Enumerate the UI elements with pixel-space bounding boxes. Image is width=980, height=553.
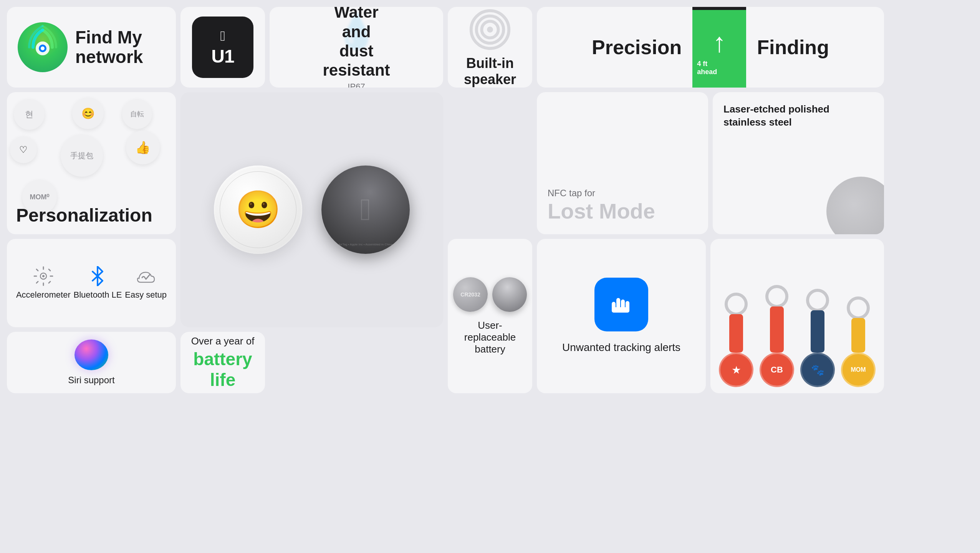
personalization-card: 현 😊 自転 ♡ 手提包 👍 MOM⁰ Personalization xyxy=(7,92,176,234)
airtag-apple-logo:  xyxy=(360,192,371,227)
siri-orb-visual xyxy=(74,339,108,370)
accelerometer-item: Accelerometer xyxy=(16,266,71,300)
chip-5: 手提包 xyxy=(61,134,103,177)
find-my-card: Find My network xyxy=(7,7,176,88)
battery-life-sub: Over a year of xyxy=(191,335,255,347)
phone-status-bar: Alan's Keys xyxy=(692,7,746,10)
keyring-loop-2 xyxy=(765,285,788,308)
svg-rect-22 xyxy=(612,307,629,313)
svg-line-15 xyxy=(49,281,50,283)
chip-3: 自転 xyxy=(122,99,152,129)
keyring-loop-4 xyxy=(847,296,870,320)
speaker-title: Built-in speaker xyxy=(464,55,516,88)
airtag-edge-visual xyxy=(826,177,884,234)
strap-2 xyxy=(770,306,784,353)
strap-4 xyxy=(851,318,865,353)
chip-4: ♡ xyxy=(10,136,37,163)
chip-2: 😊 xyxy=(72,98,104,129)
accessories-card: ★ CB 🐾 MOM xyxy=(710,239,884,393)
personalization-title: Personalization xyxy=(16,205,152,226)
tag-disc-3: 🐾 xyxy=(800,353,835,387)
bluetooth-item: Bluetooth LE xyxy=(73,266,122,300)
nfc-title-label: Lost Mode xyxy=(548,199,655,224)
phone-distance-label: 4 ft ahead xyxy=(692,60,746,76)
easy-setup-item: Easy setup xyxy=(125,266,167,300)
tracking-label: Unwanted tracking alerts xyxy=(562,341,680,354)
u1-label: U1 xyxy=(211,46,234,67)
sensors-card: Accelerometer Bluetooth LE Easy setup xyxy=(7,239,176,327)
precision-word: Precision xyxy=(592,36,682,59)
u1-chip-visual:  U1 xyxy=(192,17,253,78)
easy-setup-label: Easy setup xyxy=(125,290,167,300)
tracking-hand-icon xyxy=(594,278,648,331)
airtag-main-card: 😀  AirTag • Apple Inc • Assembled in Ch… xyxy=(180,92,443,327)
accelerometer-label: Accelerometer xyxy=(16,290,71,300)
chip-6: 👍 xyxy=(126,131,160,164)
bluetooth-icon xyxy=(89,266,106,286)
u1-chip-card:  U1 xyxy=(180,7,265,88)
battery-coins-visual: CR2032 xyxy=(453,277,527,312)
strap-3 xyxy=(811,310,824,353)
speaker-card: Built-in speaker xyxy=(448,7,532,88)
strap-1 xyxy=(729,314,743,353)
easy-setup-icon xyxy=(136,266,156,286)
bluetooth-label: Bluetooth LE xyxy=(73,290,122,300)
finding-word: Finding xyxy=(757,36,829,59)
airtag-text-ring: AirTag • Apple Inc • Assembled in China xyxy=(339,243,393,246)
tag-disc-4: MOM xyxy=(841,353,876,387)
tag-disc-1: ★ xyxy=(719,353,753,387)
battery-coin-1: CR2032 xyxy=(453,277,488,312)
airtag-front-emoji: 😀 xyxy=(220,171,296,248)
water-resist-card: Wateranddustresistant IP67 💧 xyxy=(270,7,443,88)
svg-line-13 xyxy=(49,269,50,271)
airtag-front-face: 😀 xyxy=(214,166,302,254)
svg-line-12 xyxy=(36,269,38,271)
speaker-rings-svg xyxy=(459,7,521,52)
phone-arrow-icon: ↑ xyxy=(713,29,726,56)
water-resist-text: Wateranddustresistant xyxy=(323,7,390,80)
svg-point-17 xyxy=(42,275,45,277)
hand-stop-svg xyxy=(608,291,635,318)
airtag-scene: 😀  AirTag • Apple Inc • Assembled in Ch… xyxy=(199,150,425,269)
svg-point-3 xyxy=(41,46,45,50)
tag-disc-2: CB xyxy=(760,353,794,387)
svg-line-14 xyxy=(36,281,38,283)
precision-right-panel: NFC tap for Lost Mode Laser-etched polis… xyxy=(537,92,884,234)
keyring-red-cb: CB xyxy=(760,285,794,387)
phone-mockup: Alan's Keys ↑ 4 ft ahead xyxy=(692,7,746,88)
laser-title-label: Laser-etched polished stainless steel xyxy=(723,103,829,129)
keyring-red-star: ★ xyxy=(719,293,753,387)
keyring-loop-1 xyxy=(725,293,748,316)
battery-life-main: battery life xyxy=(190,349,256,390)
keyring-yellow-mom: MOM xyxy=(841,296,876,387)
siri-label: Siri support xyxy=(68,375,114,386)
laser-etched-card: Laser-etched polished stainless steel xyxy=(713,92,884,234)
keyring-blue-paw: 🐾 xyxy=(800,289,835,387)
svg-point-7 xyxy=(487,26,493,33)
accelerometer-icon xyxy=(33,266,53,286)
tracking-card: Unwanted tracking alerts xyxy=(537,239,706,393)
battery-replace-card: CR2032 User-replaceable battery xyxy=(448,239,532,393)
find-my-icon xyxy=(18,22,68,72)
keyring-loop-3 xyxy=(806,289,829,312)
nfc-sub-label: NFC tap for xyxy=(548,188,595,199)
phone-screen: ↑ 4 ft ahead xyxy=(692,10,746,88)
airtag-back-face:  AirTag • Apple Inc • Assembled in Chin… xyxy=(321,166,410,254)
battery-coin-2 xyxy=(490,274,530,314)
water-ip-rating: IP67 xyxy=(348,82,365,88)
battery-life-card: Over a year of battery life xyxy=(180,332,265,393)
nfc-lost-mode-card: NFC tap for Lost Mode xyxy=(537,92,708,234)
precision-finding-card: Precision Alan's Keys ↑ 4 ft ahead Findi… xyxy=(537,7,884,88)
battery-replace-label: User-replaceable battery xyxy=(455,320,525,355)
chip-1: 현 xyxy=(14,99,45,130)
siri-card: Siri support xyxy=(7,332,176,393)
find-my-title: Find My network xyxy=(75,28,143,66)
